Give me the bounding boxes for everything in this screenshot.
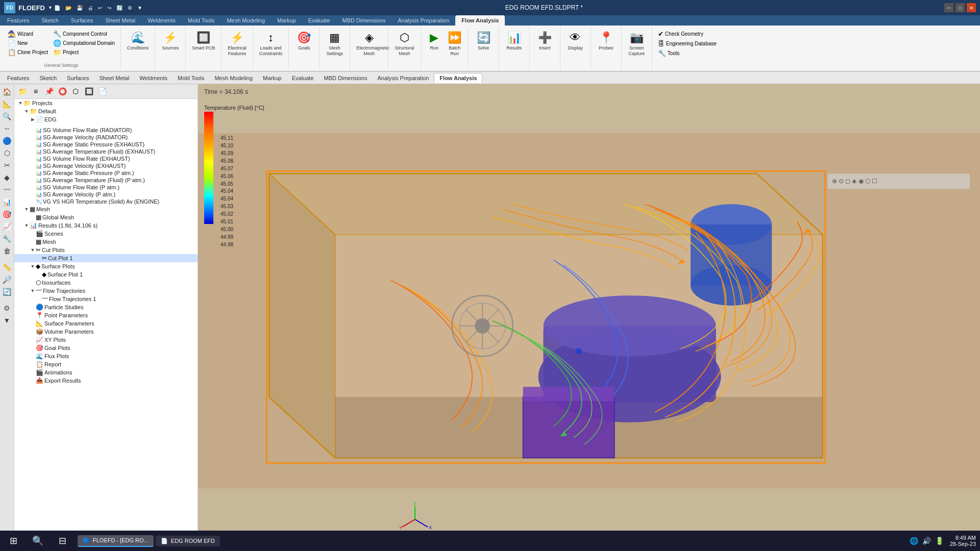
- licon-13[interactable]: 🔧: [2, 233, 13, 244]
- expand-projects[interactable]: ▼: [17, 100, 23, 106]
- sidebar-tool-3[interactable]: 📌: [43, 85, 55, 97]
- tab-flow-analysis[interactable]: Flow Analysis: [455, 15, 505, 26]
- licon-8[interactable]: ◆: [2, 172, 13, 183]
- tree-edg[interactable]: ▶ 📄 EDG: [14, 115, 198, 123]
- tab-sketch[interactable]: Sketch: [35, 15, 65, 26]
- redo-icon[interactable]: ↪: [106, 4, 113, 12]
- start-button[interactable]: ⊞: [4, 532, 22, 550]
- electrical-features-button[interactable]: ⚡ ElectricalFeatures: [226, 30, 249, 58]
- expand-results[interactable]: ▼: [23, 222, 30, 229]
- licon-14[interactable]: 🗑: [2, 245, 13, 257]
- run-button[interactable]: ▶ Run: [425, 30, 444, 52]
- tree-sg-avg-vel-rad[interactable]: ▶ 📊 SG Average Velocity (RADIATOR): [14, 134, 198, 141]
- expand-mesh[interactable]: ▼: [23, 206, 30, 212]
- tree-export-results[interactable]: ▶ 📤 Export Results: [14, 377, 198, 385]
- tools-button[interactable]: 🔧 Tools: [656, 49, 718, 58]
- tab-mesh-modeling[interactable]: Mesh Modeling: [220, 15, 271, 26]
- ftab-analysis[interactable]: Analysis Preparation: [372, 73, 434, 83]
- wizard-button[interactable]: 🧙 Wizard: [6, 30, 50, 38]
- ftab-mold-tools[interactable]: Mold Tools: [173, 73, 209, 83]
- computational-domain-button[interactable]: 🌐 Computational Domain: [52, 39, 116, 47]
- insert-button[interactable]: ➕ Insert: [535, 30, 554, 52]
- sources-button[interactable]: ⚡ Sources: [160, 30, 181, 52]
- solve-button[interactable]: 🔄 Solve: [474, 30, 493, 52]
- licon-10[interactable]: 📊: [2, 196, 13, 208]
- sidebar-tool-7[interactable]: 📄: [96, 85, 108, 97]
- tree-cut-plot-1[interactable]: ▶ ✂ Cut Plot 1: [14, 254, 198, 262]
- tree-isosurfaces[interactable]: ▶ ⬡ Isosurfaces: [14, 279, 198, 287]
- goals-button[interactable]: 🎯 Goals: [295, 30, 313, 52]
- save-icon[interactable]: 💾: [75, 4, 84, 12]
- ftab-weldments[interactable]: Weldments: [134, 73, 173, 83]
- ftab-features[interactable]: Features: [2, 73, 34, 83]
- viewport[interactable]: Time = 34.106 s Temperature (Fluid) [°C]: [198, 84, 980, 547]
- clone-project-button[interactable]: 📋 Clone Project: [6, 48, 50, 57]
- expand-surface-plots[interactable]: ▼: [30, 263, 36, 269]
- tree-sg-avg-temp-exhaust[interactable]: ▶ 📊 SG Average Temperature (Fluid) (EXHA…: [14, 148, 198, 155]
- smart-pcb-button[interactable]: 🔲 Smart PCB: [190, 30, 217, 52]
- ftab-evaluate[interactable]: Evaluate: [287, 73, 319, 83]
- open-icon[interactable]: 📂: [64, 4, 73, 12]
- restore-button[interactable]: □: [955, 3, 965, 12]
- licon-5[interactable]: 🔵: [2, 135, 13, 146]
- licon-zoom[interactable]: 🔎: [2, 274, 13, 285]
- tab-weldments[interactable]: Weldments: [141, 15, 182, 26]
- sidebar-tool-6[interactable]: 🔲: [83, 85, 95, 97]
- tree-xy-plots[interactable]: ▶ 📈 XY Plots: [14, 336, 198, 344]
- mesh-settings-button[interactable]: ▦ MeshSettings: [325, 30, 346, 58]
- tree-sg-avg-sp-exhaust[interactable]: ▶ 📊 SG Average Static Pressure (EXHAUST): [14, 141, 198, 148]
- tab-sheet-metal[interactable]: Sheet Metal: [99, 15, 141, 26]
- tree-point-params[interactable]: ▶ 📍 Point Parameters: [14, 311, 198, 319]
- tree-sg-avg-sp-patm[interactable]: ▶ 📊 SG Average Static Pressure (P atm.): [14, 169, 198, 177]
- tree-report[interactable]: ▶ 📋 Report: [14, 360, 198, 368]
- expand-flow-traj[interactable]: ▼: [30, 288, 36, 294]
- ftab-markup[interactable]: Markup: [258, 73, 287, 83]
- print-icon[interactable]: 🖨: [86, 4, 94, 12]
- new-button[interactable]: 📄 New: [6, 39, 50, 47]
- licon-15[interactable]: ⚙: [2, 303, 13, 314]
- tree-vg-hgr[interactable]: ▶ 📉 VG VS HGR Temperature (Solid) Av (EN…: [14, 198, 198, 205]
- close-button[interactable]: ✕: [967, 3, 976, 12]
- expand-default[interactable]: ▼: [23, 108, 30, 114]
- ftab-mesh-modeling[interactable]: Mesh Modeling: [209, 73, 258, 83]
- tree-sg-vol-exhaust[interactable]: ▶ 📊 SG Volume Flow Rate (EXHAUST): [14, 155, 198, 162]
- taskbar-app-edg[interactable]: 📄 EDG ROOM EFD: [156, 536, 220, 546]
- new-file-icon[interactable]: 📄: [53, 4, 62, 12]
- tree-sg-avg-vel-patm[interactable]: ▶ 📊 SG Average Velocity (P atm.): [14, 191, 198, 198]
- licon-3[interactable]: 🔍: [2, 111, 13, 122]
- project-button[interactable]: 📁 Project: [52, 48, 116, 57]
- tree-sg-avg-temp-patm[interactable]: ▶ 📊 SG Average Temperature (Fluid) (P at…: [14, 177, 198, 184]
- customize-icon[interactable]: ▼: [136, 4, 144, 12]
- ftab-flow-analysis[interactable]: Flow Analysis: [434, 73, 482, 83]
- expand-edg[interactable]: ▶: [30, 116, 36, 122]
- expand-cut-plots[interactable]: ▼: [30, 247, 36, 253]
- licon-11[interactable]: 🎯: [2, 209, 13, 220]
- licon-rotate[interactable]: 🔄: [2, 286, 13, 297]
- tab-markup[interactable]: Markup: [271, 15, 302, 26]
- tree-projects[interactable]: ▼ 📁 Projects: [14, 99, 198, 107]
- batch-run-button[interactable]: ⏩ BatchRun: [446, 30, 464, 58]
- tree-particle-studies[interactable]: ▶ 🔵 Particle Studies: [14, 303, 198, 311]
- tree-cut-plots[interactable]: ▼ ✂ Cut Plots: [14, 246, 198, 254]
- tree-default[interactable]: ▼ 📁 Default: [14, 107, 198, 115]
- results-button[interactable]: 📊 Results: [504, 30, 524, 52]
- ftab-sheet-metal[interactable]: Sheet Metal: [94, 73, 134, 83]
- taskbar-app-floefd[interactable]: 🔵 FLOEFD - [EDG RO...: [78, 535, 154, 547]
- licon-6[interactable]: ⬡: [2, 147, 13, 159]
- task-view-button[interactable]: ⊟: [53, 532, 71, 550]
- licon-9[interactable]: 〰: [2, 184, 13, 195]
- licon-2[interactable]: 📐: [2, 98, 13, 110]
- ftab-surfaces[interactable]: Surfaces: [62, 73, 94, 83]
- licon-measure[interactable]: 📏: [2, 262, 13, 273]
- ftab-mbd[interactable]: MBD Dimensions: [319, 73, 373, 83]
- tree-mesh2[interactable]: ▶ ▦ Mesh: [14, 238, 198, 246]
- engineering-db-button[interactable]: 🗄 Engineering Database: [656, 39, 718, 48]
- tab-analysis-prep[interactable]: Analysis Preparation: [391, 15, 455, 26]
- em-mesh-button[interactable]: ◈ ElectromagneticMesh: [354, 30, 384, 58]
- tree-results[interactable]: ▼ 📊 Results (1.fld, 34.106 s): [14, 221, 198, 230]
- title-dropdown-arrow[interactable]: ▼: [48, 5, 53, 10]
- tab-mbd[interactable]: MBD Dimensions: [336, 15, 392, 26]
- tree-surface-plots[interactable]: ▼ ◆ Surface Plots: [14, 262, 198, 270]
- tab-evaluate[interactable]: Evaluate: [302, 15, 336, 26]
- tree-sg-vol-rad[interactable]: ▶ 📊 SG Volume Flow Rate (RADIATOR): [14, 127, 198, 134]
